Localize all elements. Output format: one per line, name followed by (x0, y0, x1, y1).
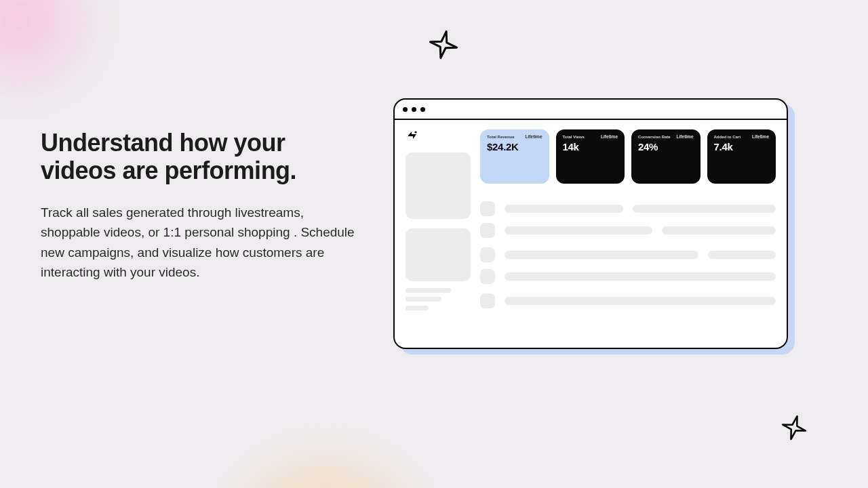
sidebar-placeholder-lines (406, 288, 471, 310)
stat-value: 14k (563, 141, 618, 152)
list-item (480, 201, 776, 216)
stat-value: 7.4k (714, 141, 770, 152)
stat-card-cart[interactable]: Lifetime Added to Cart 7.4k (707, 129, 776, 184)
stat-label: Total Views (563, 135, 618, 139)
stat-card-conversion[interactable]: Lifetime Conversion Rate 24% (631, 129, 701, 184)
sidebar (406, 129, 471, 337)
list-item (480, 293, 776, 308)
list-item (480, 269, 776, 284)
stat-label: Total Revenue (487, 135, 542, 139)
window-dot-icon (403, 107, 408, 112)
hero-heading: Understand how your videos are performin… (41, 129, 359, 185)
window-dot-icon (412, 107, 416, 112)
content-placeholder-list (480, 201, 776, 308)
stat-label: Conversion Rate (638, 135, 694, 139)
sparkle-icon (780, 413, 808, 442)
window-dot-icon (420, 107, 425, 112)
list-item (480, 223, 776, 238)
window-titlebar (395, 100, 787, 120)
sidebar-placeholder (406, 152, 471, 219)
stat-card-revenue[interactable]: Lifetime Total Revenue $24.2K (480, 129, 549, 184)
dashboard-mock: Lifetime Total Revenue $24.2K Lifetime T… (393, 98, 788, 349)
stat-value: $24.2K (487, 141, 542, 152)
stat-card-views[interactable]: Lifetime Total Views 14k (556, 129, 625, 184)
stat-value: 24% (638, 141, 694, 152)
list-item (480, 247, 776, 262)
brand-logo-icon (406, 129, 419, 142)
sidebar-placeholder (406, 228, 471, 281)
svg-point-0 (414, 131, 416, 133)
hero-body: Track all sales generated through livest… (41, 203, 359, 283)
stat-label: Added to Cart (714, 135, 770, 139)
sparkle-icon (427, 28, 460, 61)
